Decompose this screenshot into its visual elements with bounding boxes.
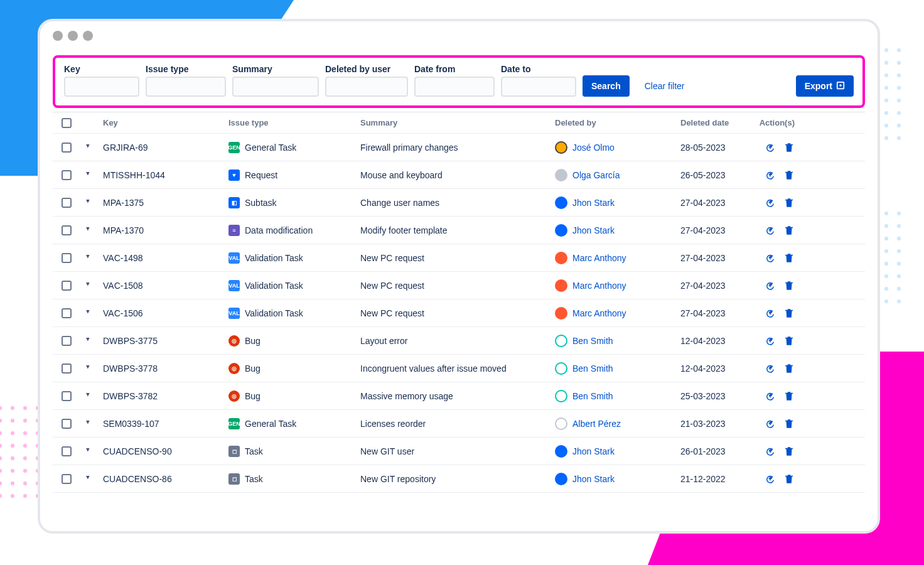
user-link[interactable]: Marc Anthony: [572, 281, 626, 291]
trash-icon[interactable]: [783, 390, 795, 402]
avatar: [555, 445, 567, 458]
trash-icon[interactable]: [783, 418, 795, 429]
user-link[interactable]: Ben Smith: [572, 363, 613, 374]
issuetype-label: Bug: [245, 336, 261, 346]
export-button[interactable]: Export: [796, 75, 854, 97]
trash-icon[interactable]: [783, 280, 795, 291]
user-link[interactable]: Marc Anthony: [572, 308, 626, 318]
expand-icon[interactable]: [88, 200, 94, 206]
restore-icon[interactable]: [765, 225, 776, 236]
user-link[interactable]: Jhon Stark: [572, 446, 615, 456]
issuetype-icon: VAL: [228, 252, 240, 264]
row-checkbox[interactable]: [62, 143, 72, 153]
trash-icon[interactable]: [783, 197, 795, 208]
trash-icon[interactable]: [783, 170, 795, 181]
filter-deletedby-input[interactable]: [325, 77, 408, 97]
cell-summary: Massive memory usage: [360, 391, 555, 401]
cell-key: VAC-1508: [103, 281, 228, 291]
cell-issuetype: ◻ Task: [228, 446, 360, 457]
user-link[interactable]: Jhon Stark: [572, 198, 615, 208]
restore-icon[interactable]: [765, 308, 776, 319]
restore-icon[interactable]: [765, 363, 776, 374]
clear-filter-button[interactable]: Clear filter: [636, 75, 694, 97]
filter-key-input[interactable]: [64, 77, 139, 97]
restore-icon[interactable]: [765, 197, 776, 208]
user-link[interactable]: Jhon Stark: [572, 225, 615, 235]
filter-dateto-input[interactable]: [501, 77, 576, 97]
expand-icon[interactable]: [88, 227, 94, 234]
trash-icon[interactable]: [783, 473, 795, 485]
restore-icon[interactable]: [765, 280, 776, 291]
row-checkbox[interactable]: [62, 308, 72, 318]
search-button[interactable]: Search: [583, 75, 630, 97]
row-checkbox[interactable]: [62, 391, 72, 401]
restore-icon[interactable]: [765, 335, 776, 347]
expand-icon[interactable]: [88, 255, 94, 261]
row-checkbox[interactable]: [62, 198, 72, 208]
filter-issuetype-input[interactable]: [146, 77, 226, 97]
issuetype-label: Validation Task: [245, 253, 303, 263]
expand-icon[interactable]: [88, 365, 94, 372]
trash-icon[interactable]: [783, 363, 795, 374]
row-checkbox[interactable]: [62, 363, 72, 374]
restore-icon[interactable]: [765, 170, 776, 181]
trash-icon[interactable]: [783, 142, 795, 153]
table-row: GRJIRA-69 GEN General Task Firewall prim…: [53, 134, 865, 161]
row-checkbox[interactable]: [62, 225, 72, 235]
expand-icon[interactable]: [88, 282, 94, 289]
trash-icon[interactable]: [783, 252, 795, 264]
cell-key: CUADCENSO-86: [103, 474, 228, 484]
expand-icon[interactable]: [88, 144, 94, 151]
issuetype-icon: VAL: [228, 280, 240, 291]
trash-icon[interactable]: [783, 308, 795, 319]
row-checkbox[interactable]: [62, 474, 72, 484]
expand-icon[interactable]: [88, 310, 94, 316]
expand-icon[interactable]: [88, 476, 94, 482]
row-checkbox[interactable]: [62, 336, 72, 346]
user-link[interactable]: José Olmo: [572, 143, 615, 153]
restore-icon[interactable]: [765, 446, 776, 457]
expand-icon[interactable]: [88, 338, 94, 344]
avatar: [555, 224, 567, 237]
maximize-icon[interactable]: [83, 31, 93, 41]
expand-icon[interactable]: [88, 421, 94, 427]
user-link[interactable]: Albert Pérez: [572, 419, 621, 429]
row-checkbox[interactable]: [62, 170, 72, 180]
expand-icon[interactable]: [88, 393, 94, 399]
restore-icon[interactable]: [765, 418, 776, 429]
restore-icon[interactable]: [765, 473, 776, 485]
restore-icon[interactable]: [765, 390, 776, 402]
user-link[interactable]: Ben Smith: [572, 391, 613, 401]
user-link[interactable]: Ben Smith: [572, 336, 613, 346]
col-summary: Summary: [360, 118, 555, 127]
trash-icon[interactable]: [783, 446, 795, 457]
filter-summary-input[interactable]: [232, 77, 319, 97]
cell-deleted-by: Marc Anthony: [555, 279, 680, 292]
user-link[interactable]: Jhon Stark: [572, 474, 615, 484]
cell-deleted-date: 21-12-2022: [680, 474, 749, 484]
restore-icon[interactable]: [765, 142, 776, 153]
filter-datefrom-input[interactable]: [414, 77, 495, 97]
select-all-checkbox[interactable]: [62, 118, 72, 128]
trash-icon[interactable]: [783, 225, 795, 236]
avatar: [555, 279, 567, 292]
expand-icon[interactable]: [88, 448, 94, 455]
user-link[interactable]: Marc Anthony: [572, 253, 626, 263]
cell-deleted-date: 12-04-2023: [680, 363, 749, 374]
minimize-icon[interactable]: [68, 31, 78, 41]
user-link[interactable]: Olga García: [572, 170, 620, 180]
browser-window: Key Issue type Summary Deleted by user D…: [38, 19, 880, 534]
row-checkbox[interactable]: [62, 253, 72, 263]
row-checkbox[interactable]: [62, 419, 72, 429]
close-icon[interactable]: [53, 31, 63, 41]
issuetype-label: General Task: [245, 143, 296, 153]
trash-icon[interactable]: [783, 335, 795, 347]
restore-icon[interactable]: [765, 252, 776, 264]
table-row: CUADCENSO-86 ◻ Task New GIT repository J…: [53, 465, 865, 493]
cell-deleted-by: Ben Smith: [555, 362, 680, 375]
row-checkbox[interactable]: [62, 446, 72, 456]
expand-icon[interactable]: [88, 172, 94, 178]
row-checkbox[interactable]: [62, 281, 72, 291]
avatar: [555, 196, 567, 209]
search-button-label: Search: [591, 81, 621, 91]
